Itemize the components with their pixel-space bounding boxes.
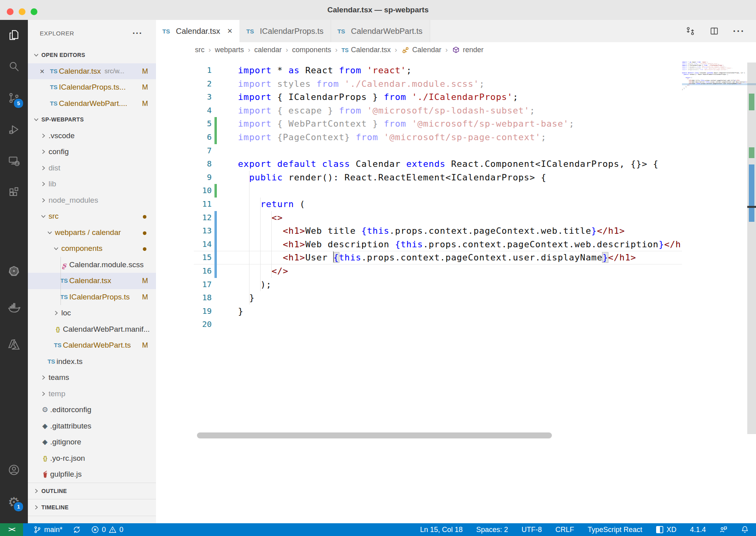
tree-item-editorconfig[interactable]: ⚙.editorconfig (28, 402, 156, 418)
activity-item-azure[interactable] (0, 327, 28, 364)
overview-ruler[interactable] (747, 58, 756, 523)
breadcrumb-item-render[interactable]: render (452, 46, 483, 55)
activity-bar-bottom: ⚙1 (0, 455, 28, 523)
open-changes-button[interactable] (685, 26, 696, 36)
status-xd[interactable]: XD (656, 526, 676, 534)
section-outline[interactable]: OUTLINE (28, 483, 156, 499)
code-line[interactable]: 1import * as React from 'react'; (156, 64, 681, 77)
activity-item-remote-explorer[interactable] (0, 146, 28, 177)
status-sync[interactable] (73, 526, 81, 534)
tab-icalendarprops-ts[interactable]: TSICalendarProps.ts (240, 20, 331, 42)
status-indentation[interactable]: Spaces: 2 (476, 526, 508, 534)
code-line[interactable]: 5import { WebPartContext } from '@micros… (156, 117, 681, 131)
minimap[interactable]: import * as React from 'react';import st… (682, 62, 747, 157)
more-actions-button[interactable]: ··· (733, 25, 745, 37)
tab-calendar-tsx[interactable]: TSCalendar.tsx× (156, 20, 240, 42)
tree-item-yo-rc-json[interactable]: {}.yo-rc.json (28, 450, 156, 467)
code-pane[interactable]: 1import * as React from 'react';2import … (156, 58, 682, 523)
code-token: from (339, 65, 361, 75)
close-icon[interactable]: × (40, 63, 49, 80)
code-line[interactable]: 9 public render(): React.ReactElement<IC… (156, 171, 681, 184)
code-line[interactable]: 18 } (156, 291, 681, 305)
tree-item-loc[interactable]: loc (28, 305, 156, 321)
breadcrumb-item-calendar[interactable]: Calendar (401, 46, 441, 55)
status-notifications[interactable] (741, 526, 749, 534)
section-project[interactable]: SP-WEBPARTS (28, 112, 156, 128)
remote-indicator[interactable]: >< (0, 523, 23, 536)
open-editor-calendarwebpart[interactable]: TSCalendarWebPart....M (28, 96, 156, 112)
breadcrumb-item-calendar-tsx[interactable]: TSCalendar.tsx (341, 46, 391, 54)
section-open-editors[interactable]: OPEN EDITORS (28, 47, 156, 63)
split-editor-button[interactable] (709, 26, 719, 36)
tree-item-src[interactable]: src (28, 208, 156, 225)
code-token: { ICalendarProps } (272, 92, 384, 102)
activity-item-extensions[interactable] (0, 177, 28, 209)
breadcrumb-item-calendar[interactable]: calendar (254, 46, 282, 54)
code-line[interactable]: 13 <h1>Web title {this.props.context.pag… (156, 224, 681, 238)
tree-item-gulpfile-js[interactable]: gulpfile.js (28, 466, 156, 483)
breadcrumb-item-src[interactable]: src (195, 46, 205, 54)
status-eol[interactable]: CRLF (555, 526, 574, 534)
tree-item-lib[interactable]: lib (28, 176, 156, 192)
code-line[interactable]: 15 <h1>User {this.props.context.pageCont… (156, 251, 681, 264)
code-line[interactable]: 7 (156, 144, 681, 158)
tree-item-calendar-tsx[interactable]: TSCalendar.tsxM (28, 273, 156, 289)
activity-item-search[interactable] (0, 51, 28, 83)
scrollbar-slider[interactable] (747, 63, 756, 434)
tree-item-label: src (49, 208, 58, 225)
modified-dot (143, 247, 146, 251)
activity-item-account[interactable] (0, 455, 28, 486)
code-line[interactable]: 17 ); (156, 278, 681, 291)
activity-item-kubernetes[interactable] (0, 254, 28, 290)
tree-item-dist[interactable]: dist (28, 160, 156, 176)
section-timeline[interactable]: TIMELINE (28, 499, 156, 516)
tree-item-teams[interactable]: teams (28, 370, 156, 386)
code-line[interactable]: 10 (156, 184, 681, 198)
tree-item-index-ts[interactable]: TSindex.ts (28, 354, 156, 370)
status-branch[interactable]: main* (33, 526, 62, 534)
code-line[interactable]: 20 (156, 318, 681, 331)
horizontal-scrollbar[interactable] (197, 432, 552, 438)
activity-item-docker[interactable] (0, 290, 28, 327)
status-problems[interactable]: 00 (91, 526, 123, 534)
status-cursor-position[interactable]: Ln 15, Col 18 (420, 526, 463, 534)
code-line[interactable]: 6import {PageContext} from '@microsoft/s… (156, 131, 681, 144)
activity-item-source-control[interactable]: 5 (0, 83, 28, 114)
tree-item-icalendarprops-ts[interactable]: TSICalendarProps.tsM (28, 289, 156, 305)
status-language[interactable]: TypeScript React (588, 526, 642, 534)
tree-item-calendarwebpart-ts[interactable]: TSCalendarWebPart.tsM (28, 337, 156, 354)
code-line[interactable]: 4import { escape } from '@microsoft/sp-l… (156, 104, 681, 117)
tree-item-node-modules[interactable]: node_modules (28, 192, 156, 209)
code-line[interactable]: 11 return ( (156, 198, 681, 211)
tree-item-config[interactable]: config (28, 144, 156, 160)
tree-item-calendarwebpart-manif[interactable]: {}CalendarWebPart.manif... (28, 321, 156, 338)
code-line[interactable]: 12 <> (156, 211, 681, 225)
close-icon[interactable]: × (227, 26, 232, 36)
breadcrumb-item-webparts[interactable]: webparts (215, 46, 244, 54)
tree-item-gitattributes[interactable]: ◈.gitattributes (28, 418, 156, 434)
activity-item-run-debug[interactable] (0, 114, 28, 146)
activity-item-settings[interactable]: ⚙1 (0, 486, 28, 518)
code-line[interactable]: 2import styles from './Calendar.module.s… (156, 77, 681, 91)
tree-item-components[interactable]: components (28, 241, 156, 257)
open-editor-icalendarprops-ts[interactable]: TSICalendarProps.ts...M (28, 79, 156, 96)
code-line[interactable]: 3import { ICalendarProps } from './ICale… (156, 90, 681, 104)
breadcrumb-item-components[interactable]: components (292, 46, 331, 54)
status-version[interactable]: 4.1.4 (690, 526, 706, 534)
tree-item-vscode[interactable]: .vscode (28, 128, 156, 144)
open-editor-calendar-tsx[interactable]: ×TSCalendar.tsxsrc/w...M (28, 63, 156, 80)
tree-item-temp[interactable]: temp (28, 386, 156, 402)
tree-item-webparts-calendar[interactable]: webparts / calendar (28, 225, 156, 241)
tree-item-gitignore[interactable]: ◈.gitignore (28, 434, 156, 450)
status-encoding[interactable]: UTF-8 (522, 526, 542, 534)
code-line[interactable]: 16 </> (156, 264, 681, 278)
status-feedback[interactable] (719, 526, 727, 534)
more-actions-icon[interactable]: ··· (132, 20, 142, 47)
code-editor[interactable]: 1import * as React from 'react';2import … (156, 58, 756, 523)
tree-item-calendar-module-scss[interactable]: ʂCalendar.module.scss (28, 257, 156, 273)
code-line[interactable]: 8export default class Calendar extends R… (156, 157, 681, 171)
activity-item-explorer[interactable] (0, 20, 28, 51)
tab-calendarwebpart-ts[interactable]: TSCalendarWebPart.ts (331, 20, 430, 42)
code-line[interactable]: 14 <h1>Web description {this.props.conte… (156, 238, 681, 251)
code-line[interactable]: 19} (156, 305, 681, 318)
